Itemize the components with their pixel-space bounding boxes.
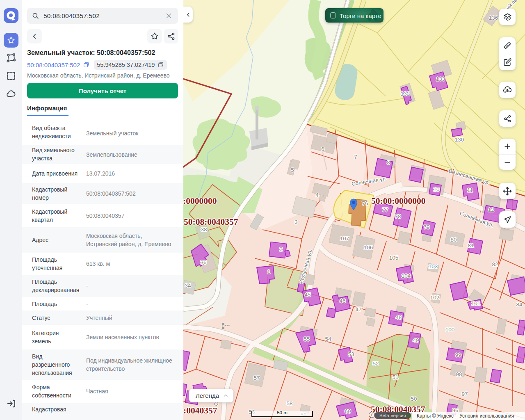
svg-text:5: 5 bbox=[291, 167, 294, 173]
svg-text:6: 6 bbox=[321, 146, 324, 152]
svg-text:106: 106 bbox=[364, 244, 373, 251]
svg-text::0000000: :0000000 bbox=[183, 196, 217, 206]
svg-text:Торги на карте: Торги на карте bbox=[340, 12, 381, 19]
svg-text:107: 107 bbox=[340, 235, 349, 242]
svg-text:50:08:0040357: 50:08:0040357 bbox=[184, 217, 238, 227]
svg-text:52: 52 bbox=[372, 361, 379, 367]
svg-text:50:00:0000000: 50:00:0000000 bbox=[371, 196, 426, 206]
svg-text:11: 11 bbox=[467, 187, 473, 193]
svg-text:132: 132 bbox=[401, 91, 410, 97]
svg-text:78: 78 bbox=[395, 213, 401, 219]
svg-text:103: 103 bbox=[429, 263, 438, 269]
svg-text:54: 54 bbox=[325, 336, 331, 342]
svg-text:80: 80 bbox=[450, 237, 457, 243]
svg-text:47: 47 bbox=[355, 306, 361, 313]
svg-text:38: 38 bbox=[201, 226, 207, 233]
svg-text:58: 58 bbox=[286, 400, 292, 406]
svg-text:51: 51 bbox=[392, 374, 398, 380]
svg-text:53: 53 bbox=[348, 351, 354, 357]
svg-text:36: 36 bbox=[200, 259, 206, 265]
svg-text:57: 57 bbox=[253, 375, 260, 381]
svg-text:8: 8 bbox=[387, 160, 390, 166]
svg-text:45: 45 bbox=[304, 292, 310, 298]
svg-text:50: 50 bbox=[411, 396, 417, 402]
svg-text:77: 77 bbox=[382, 207, 388, 213]
svg-text:136: 136 bbox=[489, 15, 498, 21]
svg-text::0040357: :0040357 bbox=[183, 406, 217, 415]
svg-text:49: 49 bbox=[413, 337, 419, 343]
svg-text:10: 10 bbox=[433, 186, 439, 192]
svg-text:133: 133 bbox=[436, 76, 445, 82]
svg-text:84: 84 bbox=[516, 301, 523, 308]
svg-text:1: 1 bbox=[267, 269, 270, 275]
svg-text:79: 79 bbox=[423, 224, 429, 230]
svg-text:55: 55 bbox=[304, 336, 310, 342]
svg-text:100: 100 bbox=[445, 326, 455, 333]
svg-text:34: 34 bbox=[185, 283, 191, 289]
svg-text:46: 46 bbox=[339, 298, 345, 304]
svg-text:130: 130 bbox=[455, 137, 464, 143]
svg-text:105: 105 bbox=[389, 255, 399, 261]
svg-text:104: 104 bbox=[402, 273, 411, 279]
svg-text:12: 12 bbox=[488, 207, 494, 213]
svg-text:76: 76 bbox=[362, 200, 368, 206]
svg-text:2: 2 bbox=[279, 246, 283, 252]
svg-text:4: 4 bbox=[315, 192, 319, 198]
svg-text:99: 99 bbox=[455, 352, 461, 358]
svg-text:3: 3 bbox=[294, 219, 298, 225]
svg-text:97: 97 bbox=[461, 391, 468, 397]
svg-text:48: 48 bbox=[395, 314, 402, 320]
svg-text:82: 82 bbox=[492, 261, 498, 267]
svg-text:81: 81 bbox=[468, 242, 474, 249]
svg-text:102: 102 bbox=[430, 294, 440, 301]
svg-text:60: 60 bbox=[345, 408, 351, 414]
svg-text:7: 7 bbox=[354, 154, 357, 160]
svg-text:98: 98 bbox=[456, 371, 462, 377]
svg-text:101: 101 bbox=[471, 300, 481, 306]
